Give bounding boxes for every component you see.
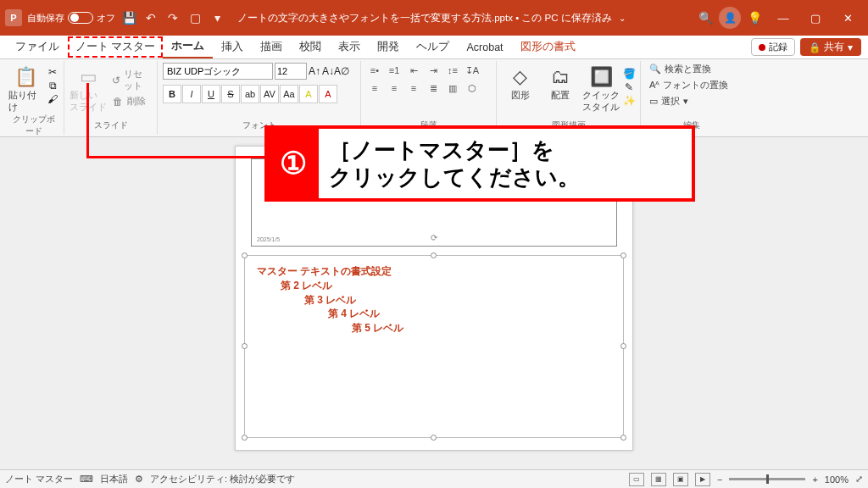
- instruction-callout: ① ［ノートマスター］を クリックしてください。: [264, 125, 695, 202]
- notes-level-4: 第 4 レベル: [257, 307, 611, 321]
- tab-insert[interactable]: 挿入: [213, 36, 252, 58]
- font-replace-button[interactable]: Aᴬフォントの置換: [649, 79, 728, 92]
- maximize-button[interactable]: ▢: [800, 5, 831, 30]
- font-color-button[interactable]: A: [319, 85, 337, 103]
- resize-handle[interactable]: [242, 252, 248, 258]
- bullets-icon[interactable]: ≡•: [366, 63, 383, 78]
- resize-handle[interactable]: [620, 343, 626, 349]
- normal-view-icon[interactable]: ▭: [629, 473, 644, 486]
- help-icon[interactable]: 💡: [746, 9, 763, 26]
- resize-handle[interactable]: [620, 252, 626, 258]
- char-spacing-button[interactable]: AV: [260, 85, 279, 103]
- delete-button: 🗑削除: [110, 95, 152, 108]
- present-icon[interactable]: ▢: [186, 9, 203, 26]
- tab-acrobat[interactable]: Acrobat: [458, 38, 511, 57]
- slideshow-view-icon[interactable]: ▶: [695, 473, 710, 486]
- share-button[interactable]: 🔒 共有 ▾: [800, 38, 861, 56]
- language-icon[interactable]: ⌨: [80, 474, 93, 485]
- fit-window-icon[interactable]: ⤢: [855, 474, 863, 485]
- cut-icon[interactable]: ✂: [47, 66, 58, 78]
- highlight-button[interactable]: A: [299, 85, 318, 103]
- accessibility-icon[interactable]: ⚙: [135, 474, 143, 485]
- group-clipboard-label: クリップボード: [8, 114, 58, 139]
- app-icon: P: [5, 9, 22, 26]
- quick-styles-button[interactable]: 🔲クイック スタイル: [582, 63, 620, 114]
- notes-level-5: 第 5 レベル: [257, 321, 611, 336]
- increase-font-icon[interactable]: A↑: [309, 65, 320, 77]
- paste-button[interactable]: 📋貼り付け: [8, 63, 43, 114]
- sorter-view-icon[interactable]: ▦: [651, 473, 666, 486]
- columns-icon[interactable]: ▥: [444, 80, 461, 96]
- select-button[interactable]: ▭選択 ▾: [649, 95, 728, 108]
- shape-fill-icon[interactable]: 🪣: [623, 68, 635, 80]
- clear-format-icon[interactable]: A∅: [336, 65, 348, 77]
- find-replace-button[interactable]: 🔍検索と置換: [649, 63, 728, 75]
- strike-button[interactable]: S: [221, 85, 240, 103]
- shape-effects-icon[interactable]: ✨: [623, 95, 635, 107]
- text-direction-icon[interactable]: ↧A: [464, 63, 481, 78]
- title-dropdown-icon[interactable]: ⌄: [619, 14, 626, 23]
- change-case-button[interactable]: Aa: [280, 85, 298, 103]
- resize-handle[interactable]: [431, 435, 437, 441]
- refresh-icon[interactable]: ⟳: [431, 233, 437, 242]
- line-spacing-icon[interactable]: ↕≡: [444, 63, 461, 78]
- align-right-icon[interactable]: ≡: [405, 80, 422, 96]
- justify-icon[interactable]: ≣: [425, 80, 442, 96]
- quickstyle-icon: 🔲: [590, 66, 613, 88]
- arrange-button[interactable]: 🗂配置: [542, 63, 580, 102]
- resize-handle[interactable]: [620, 435, 626, 441]
- tab-draw[interactable]: 描画: [252, 36, 291, 58]
- account-icon[interactable]: 👤: [719, 7, 741, 29]
- align-left-icon[interactable]: ≡: [366, 80, 383, 96]
- format-painter-icon[interactable]: 🖌: [47, 93, 58, 105]
- search-icon[interactable]: 🔍: [697, 9, 714, 26]
- indent-right-icon[interactable]: ⇥: [425, 63, 442, 78]
- underline-button[interactable]: U: [202, 85, 220, 103]
- tab-help[interactable]: ヘルプ: [408, 36, 458, 58]
- align-center-icon[interactable]: ≡: [386, 80, 403, 96]
- close-button[interactable]: ✕: [832, 5, 863, 30]
- status-language[interactable]: 日本語: [100, 473, 128, 485]
- shapes-button[interactable]: ◇図形: [502, 63, 539, 102]
- reading-view-icon[interactable]: ▣: [673, 473, 688, 486]
- shadow-button[interactable]: ab: [241, 85, 259, 103]
- zoom-level[interactable]: 100%: [825, 474, 849, 485]
- record-button[interactable]: 記録: [751, 38, 795, 56]
- zoom-in-icon[interactable]: +: [812, 474, 817, 485]
- resize-handle[interactable]: [242, 343, 248, 349]
- tab-shape-format[interactable]: 図形の書式: [512, 36, 584, 58]
- copy-icon[interactable]: ⧉: [47, 80, 58, 92]
- callout-text: ［ノートマスター］を クリックしてください。: [319, 136, 580, 191]
- font-name-select[interactable]: [163, 63, 273, 80]
- redo-icon[interactable]: ↷: [164, 9, 181, 26]
- zoom-out-icon[interactable]: −: [717, 474, 722, 485]
- tab-notes-master[interactable]: ノート マスター: [68, 36, 163, 58]
- tab-developer[interactable]: 開発: [369, 36, 408, 58]
- tab-view[interactable]: 表示: [330, 36, 369, 58]
- status-bar: ノート マスター ⌨ 日本語 ⚙ アクセシビリティ: 検討が必要です ▭ ▦ ▣…: [0, 469, 868, 488]
- numbering-icon[interactable]: ≡1: [386, 63, 403, 78]
- font-size-select[interactable]: [275, 63, 307, 80]
- minimize-button[interactable]: —: [768, 5, 798, 30]
- tab-file[interactable]: ファイル: [7, 36, 68, 58]
- undo-icon[interactable]: ↶: [142, 9, 159, 26]
- save-icon[interactable]: 💾: [120, 9, 137, 26]
- smartart-icon[interactable]: ⬡: [464, 80, 481, 96]
- decrease-font-icon[interactable]: A↓: [322, 65, 334, 77]
- status-accessibility[interactable]: アクセシビリティ: 検討が必要です: [150, 473, 295, 485]
- reset-button: ↺リセット: [110, 68, 152, 93]
- autosave-toggle[interactable]: 自動保存 オフ: [27, 12, 115, 25]
- resize-handle[interactable]: [242, 435, 248, 441]
- tab-home[interactable]: ホーム: [163, 36, 213, 58]
- notes-text-placeholder[interactable]: マスター テキストの書式設定 第 2 レベル 第 3 レベル 第 4 レベル 第…: [244, 255, 624, 438]
- tab-review[interactable]: 校閲: [291, 36, 330, 58]
- indent-left-icon[interactable]: ⇤: [405, 63, 422, 78]
- arrange-icon: 🗂: [551, 66, 570, 88]
- resize-handle[interactable]: [431, 252, 437, 258]
- bold-button[interactable]: B: [163, 85, 181, 103]
- overflow-icon[interactable]: ▾: [209, 9, 225, 26]
- italic-button[interactable]: I: [182, 85, 201, 103]
- zoom-slider[interactable]: [729, 478, 805, 480]
- shape-outline-icon[interactable]: ✎: [623, 81, 635, 93]
- ribbon-tabs: ファイル ノート マスター ホーム 挿入 描画 校閲 表示 開発 ヘルプ Acr…: [0, 36, 868, 59]
